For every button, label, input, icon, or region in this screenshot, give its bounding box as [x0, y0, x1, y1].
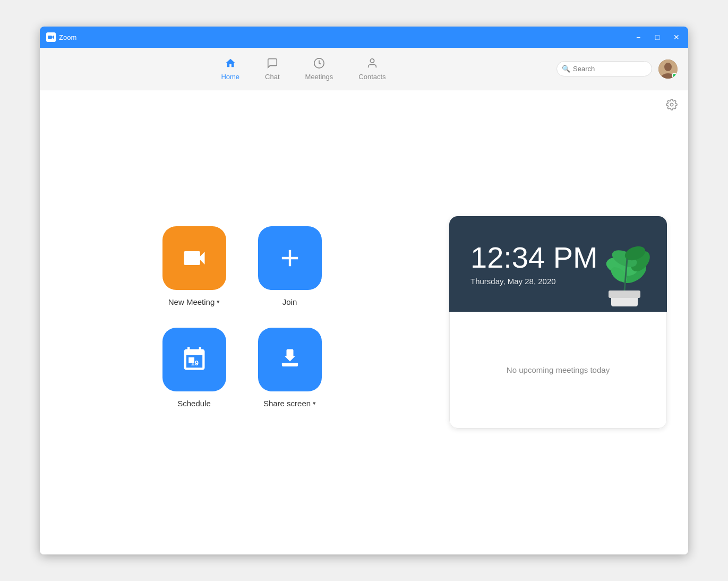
- maximize-button[interactable]: □: [652, 32, 663, 42]
- schedule-button[interactable]: 19 Schedule: [162, 328, 226, 408]
- schedule-icon-bg: 19: [162, 328, 226, 391]
- tab-chat-label: Chat: [265, 73, 279, 81]
- share-screen-icon-bg: [258, 328, 322, 391]
- new-meeting-dropdown-arrow: ▾: [217, 298, 220, 305]
- close-button[interactable]: ✕: [671, 32, 682, 42]
- right-panel: 12:34 PM Thursday, May 28, 2020: [444, 90, 688, 554]
- svg-point-5: [664, 63, 672, 71]
- chat-icon: [267, 57, 278, 71]
- tab-meetings[interactable]: Meetings: [293, 53, 346, 85]
- contacts-icon: [366, 57, 378, 71]
- tab-contacts[interactable]: Contacts: [346, 53, 398, 85]
- home-icon: [225, 57, 236, 71]
- app-logo: Zoom: [46, 32, 76, 42]
- new-meeting-icon-bg: [162, 226, 226, 290]
- zoom-logo-icon: [46, 32, 56, 42]
- nav-tabs: Home Chat Meetings: [50, 53, 556, 85]
- no-meetings-text: No upcoming meetings today: [507, 365, 610, 374]
- nav-search-area: 🔍: [556, 59, 678, 79]
- share-screen-dropdown-arrow: ▾: [313, 400, 316, 407]
- app-title: Zoom: [59, 33, 76, 41]
- schedule-label: Schedule: [177, 399, 211, 408]
- svg-rect-10: [609, 290, 640, 298]
- svg-point-3: [370, 58, 374, 62]
- meetings-icon: [313, 57, 325, 71]
- left-panel: New Meeting ▾ Join: [40, 90, 444, 554]
- join-label: Join: [282, 297, 297, 306]
- tab-meetings-label: Meetings: [305, 73, 333, 81]
- share-screen-label: Share screen ▾: [263, 399, 316, 408]
- search-wrapper: 🔍: [556, 61, 652, 76]
- svg-rect-0: [48, 36, 52, 39]
- clock-header: 12:34 PM Thursday, May 28, 2020: [449, 216, 667, 312]
- svg-marker-1: [53, 36, 55, 39]
- join-button[interactable]: Join: [258, 226, 322, 306]
- clock-info: 12:34 PM Thursday, May 28, 2020: [470, 243, 598, 286]
- main-content: New Meeting ▾ Join: [40, 90, 688, 554]
- settings-button[interactable]: [666, 99, 678, 113]
- zoom-window: Zoom − □ ✕ Home: [40, 27, 688, 554]
- avatar[interactable]: [658, 59, 678, 79]
- new-meeting-button[interactable]: New Meeting ▾: [162, 226, 226, 306]
- tab-chat[interactable]: Chat: [252, 53, 292, 85]
- share-screen-button[interactable]: Share screen ▾: [258, 328, 322, 408]
- new-meeting-label: New Meeting ▾: [168, 297, 220, 306]
- search-input[interactable]: [556, 61, 652, 76]
- svg-text:19: 19: [191, 359, 198, 367]
- minimize-button[interactable]: −: [633, 32, 644, 42]
- window-controls: − □ ✕: [633, 32, 682, 42]
- tab-home[interactable]: Home: [208, 53, 252, 85]
- title-bar: Zoom − □ ✕: [40, 27, 688, 48]
- nav-bar: Home Chat Meetings: [40, 48, 688, 90]
- tab-contacts-label: Contacts: [358, 73, 386, 81]
- action-grid: New Meeting ▾ Join: [162, 226, 322, 408]
- clock-card: 12:34 PM Thursday, May 28, 2020: [449, 216, 667, 429]
- meetings-body: No upcoming meetings today: [449, 312, 667, 429]
- online-status-dot: [672, 73, 677, 78]
- clock-time: 12:34 PM: [470, 243, 598, 272]
- tab-home-label: Home: [221, 73, 239, 81]
- svg-point-7: [670, 103, 673, 106]
- clock-date: Thursday, May 28, 2020: [470, 277, 598, 286]
- join-icon-bg: [258, 226, 322, 290]
